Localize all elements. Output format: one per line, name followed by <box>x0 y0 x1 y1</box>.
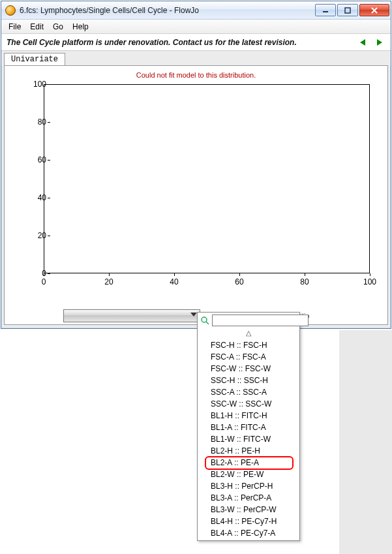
search-icon <box>200 316 209 325</box>
parameter-option[interactable]: BL1-A :: FITC-A <box>199 422 298 433</box>
parameter-option[interactable]: BL3-W :: PerCP-W <box>199 504 298 516</box>
chevron-down-icon <box>190 313 197 316</box>
window-title: 6.fcs: Lymphocytes/Single Cells/Cell Cyc… <box>20 6 315 15</box>
fit-error-text: Could not fit model to this distribution… <box>5 71 387 79</box>
titlebar: 6.fcs: Lymphocytes/Single Cells/Cell Cyc… <box>1 1 391 20</box>
y-tick-label: 80 <box>28 117 46 127</box>
parameter-option[interactable]: BL4-H :: PE-Cy7-H <box>199 516 298 527</box>
plot-box <box>44 84 370 273</box>
y-tick-label: 100 <box>28 80 46 89</box>
svg-rect-1 <box>345 8 350 13</box>
message-text: The Cell Cycle platform is under renovat… <box>7 38 297 47</box>
parameter-option[interactable]: BL3-A :: PerCP-A <box>199 492 298 504</box>
x-tick-label: 60 <box>230 277 249 286</box>
svg-marker-5 <box>377 39 382 46</box>
minimize-button[interactable] <box>315 4 336 16</box>
chart-area: 020406080100020406080100 <box>24 84 376 300</box>
svg-marker-4 <box>360 39 365 46</box>
x-tick-label: 100 <box>360 277 380 286</box>
x-tick-label: 80 <box>295 277 314 286</box>
bottom-controls: ain Ratio <box>5 309 387 323</box>
popup-search-input[interactable] <box>212 315 309 326</box>
app-window: 6.fcs: Lymphocytes/Single Cells/Cell Cyc… <box>1 1 391 329</box>
message-bar: The Cell Cycle platform is under renovat… <box>1 34 391 51</box>
x-tick-label: 0 <box>34 277 53 286</box>
popup-sort-toggle[interactable]: △ <box>198 328 299 339</box>
parameter-option[interactable]: BL3-H :: PerCP-H <box>199 480 298 492</box>
parameter-option[interactable]: BL2-H :: PE-H <box>199 445 298 457</box>
menu-go[interactable]: Go <box>48 21 68 33</box>
plot-panel: Could not fit model to this distribution… <box>4 65 388 325</box>
parameter-option[interactable]: BL1-H :: FITC-H <box>199 410 298 422</box>
parameter-option[interactable]: SSC-A :: SSC-A <box>199 386 298 398</box>
tab-univariate[interactable]: Univariate <box>4 53 65 66</box>
parameter-option[interactable]: FSC-A :: FSC-A <box>199 351 298 363</box>
menu-edit[interactable]: Edit <box>25 21 48 33</box>
parameter-option[interactable]: SSC-H :: SSC-H <box>199 375 298 386</box>
parameter-option[interactable]: SSC-W :: SSC-W <box>199 398 298 410</box>
parameter-list: FSC-H :: FSC-HFSC-A :: FSC-AFSC-W :: FSC… <box>198 339 299 539</box>
next-button[interactable] <box>374 37 385 48</box>
tab-strip: Univariate <box>1 51 391 65</box>
parameter-option[interactable]: BL1-W :: FITC-W <box>199 433 298 445</box>
background-strip <box>339 330 392 554</box>
parameter-option[interactable]: FSC-H :: FSC-H <box>199 339 298 351</box>
popup-search-row <box>198 313 299 328</box>
y-tick-label: 20 <box>28 231 46 240</box>
parameter-option[interactable]: FSC-W :: FSC-W <box>199 363 298 375</box>
svg-line-7 <box>206 322 209 324</box>
parameter-popup: △ FSC-H :: FSC-HFSC-A :: FSC-AFSC-W :: F… <box>197 312 300 541</box>
x-tick-label: 40 <box>164 277 184 286</box>
close-button[interactable] <box>359 4 389 16</box>
menu-help[interactable]: Help <box>68 21 93 33</box>
parameter-option[interactable]: BL4-A :: PE-Cy7-A <box>199 527 298 539</box>
menu-bar: File Edit Go Help <box>1 20 391 34</box>
maximize-button[interactable] <box>337 4 358 16</box>
parameter-option[interactable]: BL2-A :: PE-A <box>199 457 298 469</box>
y-tick-label: 60 <box>28 155 46 164</box>
y-tick-label: 40 <box>28 193 46 202</box>
app-icon <box>5 5 16 16</box>
menu-file[interactable]: File <box>4 21 25 33</box>
x-tick-label: 20 <box>99 277 119 286</box>
svg-point-6 <box>202 317 207 322</box>
parameter-option[interactable]: BL2-W :: PE-W <box>199 469 298 480</box>
prev-button[interactable] <box>357 37 369 48</box>
parameter-dropdown[interactable] <box>63 309 200 322</box>
